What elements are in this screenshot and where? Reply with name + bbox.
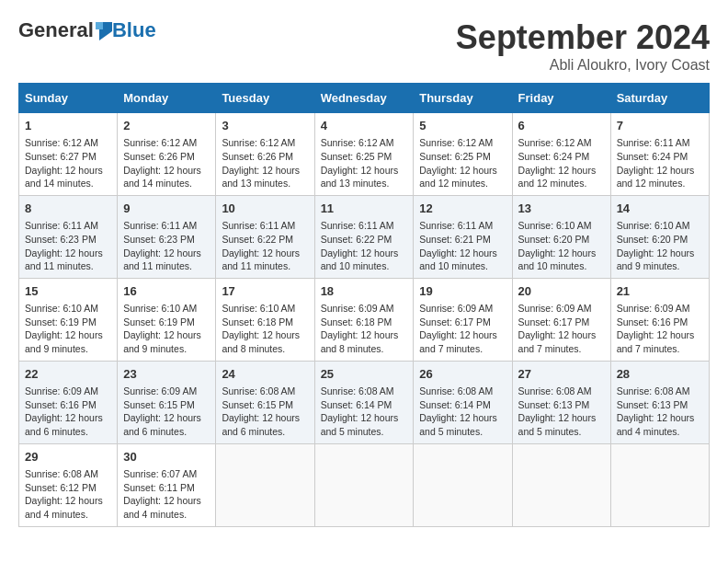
day-number: 28 [617, 366, 703, 383]
day-number: 20 [518, 283, 605, 300]
calendar-cell: 27Sunrise: 6:08 AMSunset: 6:13 PMDayligh… [512, 361, 610, 443]
day-number: 24 [222, 366, 308, 383]
daylight-label: Daylight: 12 hours and 10 minutes. [419, 247, 497, 272]
day-number: 6 [518, 118, 605, 134]
daylight-label: Daylight: 12 hours and 11 minutes. [123, 247, 201, 272]
sunrise-text: Sunrise: 6:11 AM [321, 220, 394, 231]
daylight-label: Daylight: 12 hours and 5 minutes. [518, 412, 597, 437]
sunrise-text: Sunrise: 6:12 AM [518, 137, 592, 148]
calendar-cell [512, 443, 610, 526]
sunset-text: Sunset: 6:25 PM [419, 151, 491, 162]
day-number: 26 [419, 366, 506, 383]
daylight-label: Daylight: 12 hours and 12 minutes. [419, 165, 497, 190]
sunrise-text: Sunrise: 6:10 AM [617, 220, 690, 231]
sunrise-text: Sunrise: 6:11 AM [222, 220, 295, 231]
day-number: 2 [123, 118, 210, 134]
daylight-label: Daylight: 12 hours and 10 minutes. [321, 247, 399, 272]
calendar-cell: 1Sunrise: 6:12 AMSunset: 6:27 PMDaylight… [19, 113, 118, 196]
day-number: 8 [25, 201, 111, 217]
calendar-cell: 7Sunrise: 6:11 AMSunset: 6:24 PMDaylight… [610, 113, 709, 196]
sunset-text: Sunset: 6:15 PM [123, 399, 195, 410]
sunset-text: Sunset: 6:14 PM [321, 399, 392, 410]
daylight-label: Daylight: 12 hours and 7 minutes. [419, 329, 497, 354]
calendar-table: SundayMondayTuesdayWednesdayThursdayFrid… [18, 83, 710, 527]
day-number: 17 [222, 283, 308, 300]
daylight-label: Daylight: 12 hours and 14 minutes. [123, 165, 201, 190]
daylight-label: Daylight: 12 hours and 9 minutes. [25, 329, 103, 354]
calendar-cell [314, 443, 414, 526]
calendar-cell: 18Sunrise: 6:09 AMSunset: 6:18 PMDayligh… [314, 278, 414, 361]
location: Abli Aloukro, Ivory Coast [456, 57, 710, 74]
day-number: 21 [617, 283, 703, 300]
daylight-label: Daylight: 12 hours and 13 minutes. [321, 165, 399, 190]
calendar-week-row: 1Sunrise: 6:12 AMSunset: 6:27 PMDaylight… [19, 113, 710, 196]
title-block: September 2024 Abli Aloukro, Ivory Coast [456, 18, 710, 74]
daylight-label: Daylight: 12 hours and 4 minutes. [123, 495, 201, 520]
day-number: 30 [123, 449, 210, 465]
calendar-cell: 21Sunrise: 6:09 AMSunset: 6:16 PMDayligh… [610, 278, 709, 361]
sunset-text: Sunset: 6:27 PM [25, 151, 97, 162]
sunset-text: Sunset: 6:21 PM [419, 234, 491, 245]
calendar-cell: 23Sunrise: 6:09 AMSunset: 6:15 PMDayligh… [118, 361, 216, 443]
day-number: 16 [123, 283, 210, 300]
day-number: 23 [123, 366, 210, 383]
sunrise-text: Sunrise: 6:09 AM [25, 385, 98, 396]
sunset-text: Sunset: 6:13 PM [617, 399, 688, 410]
calendar-cell: 8Sunrise: 6:11 AMSunset: 6:23 PMDaylight… [19, 195, 118, 278]
sunrise-text: Sunrise: 6:08 AM [518, 385, 592, 396]
sunset-text: Sunset: 6:22 PM [222, 234, 293, 245]
day-header: Friday [512, 84, 610, 113]
sunrise-text: Sunrise: 6:10 AM [123, 303, 197, 314]
calendar-cell: 19Sunrise: 6:09 AMSunset: 6:17 PMDayligh… [414, 278, 512, 361]
calendar-cell: 16Sunrise: 6:10 AMSunset: 6:19 PMDayligh… [118, 278, 216, 361]
daylight-label: Daylight: 12 hours and 12 minutes. [518, 165, 597, 190]
day-number: 3 [222, 118, 308, 134]
day-number: 19 [419, 283, 506, 300]
svg-marker-1 [96, 22, 103, 29]
sunset-text: Sunset: 6:24 PM [518, 151, 590, 162]
calendar-week-row: 8Sunrise: 6:11 AMSunset: 6:23 PMDaylight… [19, 195, 710, 278]
calendar-cell [610, 443, 709, 526]
sunset-text: Sunset: 6:18 PM [222, 316, 293, 327]
sunset-text: Sunset: 6:11 PM [123, 482, 195, 493]
sunrise-text: Sunrise: 6:11 AM [25, 220, 98, 231]
calendar-cell: 10Sunrise: 6:11 AMSunset: 6:22 PMDayligh… [216, 195, 314, 278]
calendar-cell: 25Sunrise: 6:08 AMSunset: 6:14 PMDayligh… [314, 361, 414, 443]
calendar-week-row: 29Sunrise: 6:08 AMSunset: 6:12 PMDayligh… [19, 443, 710, 526]
day-number: 11 [321, 201, 408, 217]
day-number: 12 [419, 201, 506, 217]
sunset-text: Sunset: 6:19 PM [123, 316, 195, 327]
daylight-label: Daylight: 12 hours and 6 minutes. [123, 412, 201, 437]
day-number: 1 [25, 118, 111, 134]
sunrise-text: Sunrise: 6:12 AM [25, 137, 98, 148]
daylight-label: Daylight: 12 hours and 4 minutes. [617, 412, 695, 437]
daylight-label: Daylight: 12 hours and 5 minutes. [321, 412, 399, 437]
sunset-text: Sunset: 6:13 PM [518, 399, 590, 410]
sunrise-text: Sunrise: 6:10 AM [518, 220, 592, 231]
day-number: 10 [222, 201, 308, 217]
calendar-cell: 22Sunrise: 6:09 AMSunset: 6:16 PMDayligh… [19, 361, 118, 443]
calendar-cell: 2Sunrise: 6:12 AMSunset: 6:26 PMDaylight… [118, 113, 216, 196]
calendar-cell: 9Sunrise: 6:11 AMSunset: 6:23 PMDaylight… [118, 195, 216, 278]
sunrise-text: Sunrise: 6:09 AM [419, 303, 493, 314]
calendar-cell: 24Sunrise: 6:08 AMSunset: 6:15 PMDayligh… [216, 361, 314, 443]
daylight-label: Daylight: 12 hours and 12 minutes. [617, 165, 695, 190]
day-number: 25 [321, 366, 408, 383]
daylight-label: Daylight: 12 hours and 13 minutes. [222, 165, 300, 190]
calendar-cell: 28Sunrise: 6:08 AMSunset: 6:13 PMDayligh… [610, 361, 709, 443]
sunset-text: Sunset: 6:18 PM [321, 316, 392, 327]
sunrise-text: Sunrise: 6:11 AM [617, 137, 690, 148]
sunrise-text: Sunrise: 6:08 AM [25, 468, 98, 479]
calendar-cell [216, 443, 314, 526]
sunset-text: Sunset: 6:15 PM [222, 399, 293, 410]
day-number: 7 [617, 118, 703, 134]
sunrise-text: Sunrise: 6:10 AM [25, 303, 98, 314]
calendar-week-row: 15Sunrise: 6:10 AMSunset: 6:19 PMDayligh… [19, 278, 710, 361]
day-header: Tuesday [216, 84, 314, 113]
day-number: 15 [25, 283, 111, 300]
sunrise-text: Sunrise: 6:07 AM [123, 468, 197, 479]
sunrise-text: Sunrise: 6:08 AM [222, 385, 295, 396]
sunrise-text: Sunrise: 6:12 AM [123, 137, 197, 148]
sunrise-text: Sunrise: 6:10 AM [222, 303, 295, 314]
day-number: 9 [123, 201, 210, 217]
